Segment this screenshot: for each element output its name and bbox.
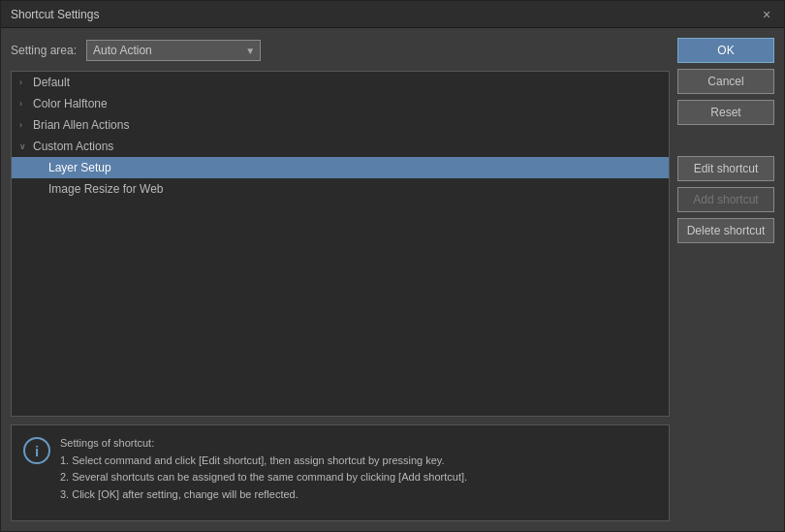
tree-label-default: Default	[33, 76, 70, 89]
tree-label-brian-allen: Brian Allen Actions	[33, 118, 129, 132]
setting-area-row: Setting area: Auto Action Menu Tool Pale…	[11, 38, 670, 63]
info-line-2: 2. Several shortcuts can be assigned to …	[60, 469, 467, 486]
tree-arrow-default: ›	[19, 78, 29, 87]
tree-panel: › Default › Color Halftone › Brian Allen…	[11, 71, 670, 417]
info-line-1: 1. Select command and click [Edit shortc…	[60, 453, 467, 470]
tree-item-layer-setup[interactable]: Layer Setup	[12, 157, 669, 178]
info-panel: i Settings of shortcut: 1. Select comman…	[11, 424, 670, 521]
tree-arrow-brian-allen: ›	[19, 120, 29, 130]
info-text: Settings of shortcut: 1. Select command …	[60, 435, 467, 503]
left-panel: Setting area: Auto Action Menu Tool Pale…	[11, 38, 670, 521]
close-button[interactable]: ×	[759, 7, 774, 22]
info-line-3: 3. Click [OK] after setting, change will…	[60, 486, 467, 504]
tree-item-custom-actions[interactable]: ∨ Custom Actions	[12, 136, 669, 157]
tree-arrow-custom-actions: ∨	[19, 141, 29, 151]
setting-area-label: Setting area:	[11, 44, 77, 57]
edit-shortcut-button[interactable]: Edit shortcut	[677, 156, 774, 181]
spacer-1	[677, 131, 774, 150]
ok-button[interactable]: OK	[677, 38, 774, 63]
setting-area-select[interactable]: Auto Action Menu Tool Palette	[86, 40, 261, 61]
tree-item-image-resize[interactable]: Image Resize for Web	[12, 178, 669, 200]
tree-item-default[interactable]: › Default	[12, 72, 669, 93]
add-shortcut-button[interactable]: Add shortcut	[677, 187, 774, 212]
delete-shortcut-button[interactable]: Delete shortcut	[677, 218, 774, 243]
tree-label-color-halftone: Color Halftone	[33, 97, 108, 110]
dialog-body: Setting area: Auto Action Menu Tool Pale…	[1, 28, 784, 531]
setting-area-wrapper: Auto Action Menu Tool Palette ▼	[86, 40, 261, 61]
tree-label-image-resize: Image Resize for Web	[48, 182, 164, 196]
tree-item-brian-allen[interactable]: › Brian Allen Actions	[12, 114, 669, 136]
right-panel: OK Cancel Reset Edit shortcut Add shortc…	[677, 38, 774, 521]
cancel-button[interactable]: Cancel	[677, 69, 774, 94]
tree-arrow-color-halftone: ›	[19, 99, 29, 109]
reset-button[interactable]: Reset	[677, 100, 774, 125]
tree-item-color-halftone[interactable]: › Color Halftone	[12, 93, 669, 114]
info-icon: i	[23, 437, 50, 464]
title-bar: Shortcut Settings ×	[1, 1, 784, 28]
tree-label-layer-setup: Layer Setup	[48, 161, 111, 174]
shortcut-settings-dialog: Shortcut Settings × Setting area: Auto A…	[0, 0, 785, 532]
info-title: Settings of shortcut:	[60, 435, 467, 453]
tree-label-custom-actions: Custom Actions	[33, 140, 113, 153]
dialog-title: Shortcut Settings	[11, 8, 99, 21]
